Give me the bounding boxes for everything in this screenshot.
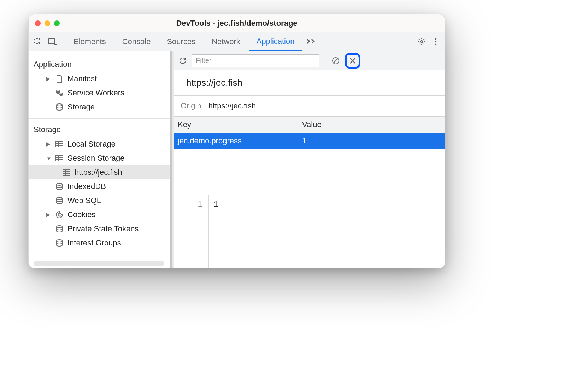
close-window-button[interactable]	[35, 20, 41, 26]
inspect-element-icon[interactable]	[31, 35, 45, 49]
database-icon	[55, 224, 64, 233]
sidebar-item-label: IndexedDB	[67, 182, 106, 191]
sidebar-item-label: Private State Tokens	[67, 224, 139, 233]
refresh-icon[interactable]	[176, 54, 189, 67]
sidebar-item-label: Session Storage	[67, 154, 124, 163]
clear-all-icon[interactable]	[329, 54, 342, 67]
origin-header: https://jec.fish	[174, 70, 445, 96]
tab-elements[interactable]: Elements	[66, 32, 114, 51]
database-icon	[55, 182, 64, 191]
svg-point-21	[57, 240, 62, 242]
tab-application[interactable]: Application	[249, 32, 302, 51]
sidebar-item-label: Cookies	[67, 210, 95, 219]
maximize-window-button[interactable]	[54, 20, 60, 26]
sidebar-item-indexeddb[interactable]: IndexedDB	[29, 179, 170, 194]
svg-point-9	[60, 93, 63, 96]
tab-sources[interactable]: Sources	[159, 32, 203, 51]
disclosure-right-icon: ▶	[46, 76, 51, 82]
column-key[interactable]: Key	[174, 117, 298, 133]
divider	[324, 56, 324, 66]
tabstrip: Elements Console Sources Network Applica…	[29, 32, 445, 51]
minimize-window-button[interactable]	[45, 20, 50, 26]
svg-point-18	[60, 216, 60, 216]
svg-point-8	[57, 91, 58, 92]
window-controls	[35, 20, 60, 26]
svg-point-19	[59, 213, 59, 214]
sidebar-item-label: https://jec.fish	[75, 168, 122, 177]
table-row[interactable]: jec.demo.progress 1	[174, 133, 445, 149]
delete-selected-icon[interactable]	[347, 55, 358, 66]
svg-point-6	[435, 44, 437, 46]
svg-point-17	[58, 215, 59, 215]
svg-point-7	[56, 90, 60, 94]
sidebar-item-label: Storage	[67, 102, 95, 112]
svg-point-4	[435, 38, 437, 40]
sidebar-item-label: Manifest	[67, 74, 97, 83]
sidebar-item-session-storage-origin[interactable]: https://jec.fish	[29, 165, 170, 179]
tab-console[interactable]: Console	[114, 32, 159, 51]
svg-point-10	[61, 94, 61, 95]
divider	[29, 118, 170, 119]
value-content: 1	[209, 195, 445, 268]
svg-point-16	[57, 197, 62, 200]
section-storage: Storage	[29, 120, 170, 137]
column-value[interactable]: Value	[298, 117, 445, 133]
sidebar-item-local-storage[interactable]: ▶ Local Storage	[29, 137, 170, 151]
value-viewer: 1 1	[174, 195, 445, 268]
more-menu-icon[interactable]	[429, 35, 443, 49]
more-tabs-icon[interactable]	[303, 36, 321, 47]
divider	[63, 37, 63, 47]
table-icon	[55, 154, 64, 163]
svg-rect-14	[63, 170, 70, 175]
sidebar-item-websql[interactable]: Web SQL	[29, 194, 170, 208]
storage-table: Key Value jec.demo.progress 1	[174, 117, 445, 195]
content-pane: https://jec.fish Origin https://jec.fish…	[174, 51, 445, 268]
database-icon	[55, 238, 64, 248]
disclosure-right-icon: ▶	[46, 141, 51, 147]
sidebar-item-label: Service Workers	[67, 88, 124, 97]
svg-point-20	[57, 226, 62, 228]
sidebar-item-label: Web SQL	[67, 196, 101, 205]
sidebar-item-label: Interest Groups	[67, 238, 121, 248]
sidebar: Application ▶ Manifest Service Workers	[29, 51, 170, 268]
sidebar-item-service-workers[interactable]: Service Workers	[29, 86, 170, 100]
svg-point-15	[57, 183, 62, 185]
splitter-handle[interactable]	[170, 51, 174, 268]
device-toolbar-icon[interactable]	[46, 35, 60, 49]
titlebar: DevTools - jec.fish/demo/storage	[29, 14, 445, 32]
sidebar-item-interest-groups[interactable]: Interest Groups	[29, 236, 170, 250]
highlighted-control	[345, 53, 360, 69]
sidebar-item-storage[interactable]: Storage	[29, 100, 170, 114]
table-header: Key Value	[174, 117, 445, 133]
gears-icon	[55, 88, 64, 97]
filter-input[interactable]	[192, 54, 319, 67]
sidebar-item-manifest[interactable]: ▶ Manifest	[29, 72, 170, 86]
svg-point-11	[57, 104, 62, 106]
sidebar-item-cookies[interactable]: ▶ Cookies	[29, 208, 170, 222]
table-icon	[55, 139, 64, 149]
table-icon	[62, 168, 71, 177]
window-title: DevTools - jec.fish/demo/storage	[29, 19, 445, 28]
horizontal-scrollbar[interactable]	[34, 261, 164, 266]
database-icon	[55, 102, 64, 112]
svg-point-3	[421, 41, 423, 43]
origin-row: Origin https://jec.fish	[174, 96, 445, 117]
disclosure-down-icon: ▼	[46, 155, 51, 161]
line-number: 1	[174, 195, 209, 268]
sidebar-item-private-state-tokens[interactable]: Private State Tokens	[29, 222, 170, 236]
origin-title: https://jec.fish	[186, 77, 432, 88]
origin-label: Origin	[181, 101, 201, 111]
tab-network[interactable]: Network	[204, 32, 248, 51]
settings-icon[interactable]	[414, 35, 429, 49]
svg-rect-12	[56, 141, 63, 147]
database-icon	[55, 196, 64, 205]
cookie-icon	[55, 210, 64, 219]
cell-key: jec.demo.progress	[174, 133, 298, 149]
devtools-window: DevTools - jec.fish/demo/storage Element…	[28, 14, 445, 268]
storage-toolbar	[174, 51, 445, 70]
sidebar-item-label: Local Storage	[67, 139, 116, 149]
cell-value: 1	[298, 133, 445, 149]
sidebar-item-session-storage[interactable]: ▼ Session Storage	[29, 151, 170, 165]
table-empty-area[interactable]	[174, 149, 445, 195]
origin-value: https://jec.fish	[208, 101, 256, 111]
